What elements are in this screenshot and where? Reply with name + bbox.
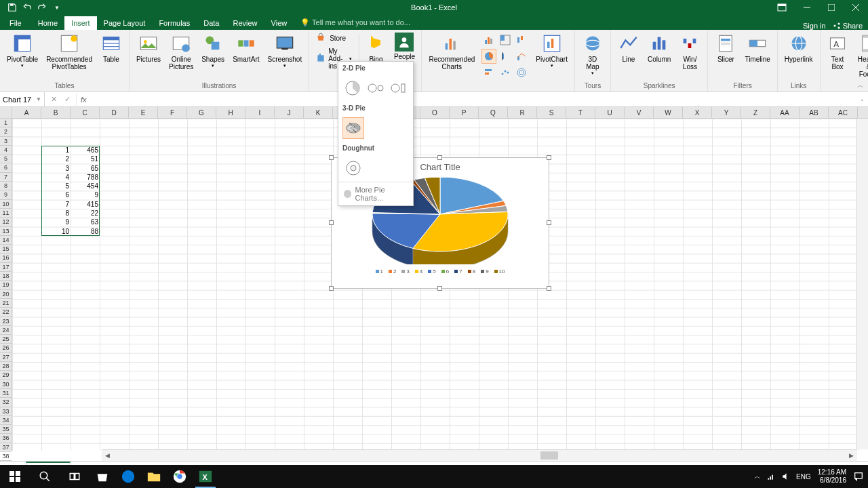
redo-button[interactable]: [35, 1, 49, 14]
store-button[interactable]: Store: [313, 31, 355, 45]
column-header[interactable]: F: [158, 107, 187, 118]
column-header[interactable]: A: [12, 107, 41, 118]
header-footer-button[interactable]: Header & Footer: [854, 31, 868, 79]
share-button[interactable]: Share: [833, 22, 863, 30]
row-header[interactable]: 7: [0, 173, 12, 182]
expand-formula-bar[interactable]: ⌄: [856, 96, 868, 102]
column-header[interactable]: V: [625, 107, 654, 118]
row-header[interactable]: 27: [0, 353, 12, 362]
3d-map-button[interactable]: 3D Map▾: [579, 31, 606, 77]
cancel-formula-icon[interactable]: ✕: [47, 94, 60, 106]
row-header[interactable]: 6: [0, 163, 12, 172]
cells-area[interactable]: 1465251365478854546974158229631088 Chart…: [12, 119, 868, 451]
row-header[interactable]: 34: [0, 416, 12, 425]
tab-formulas[interactable]: Formulas: [152, 16, 197, 30]
bar-of-pie-option[interactable]: [389, 77, 409, 99]
column-header[interactable]: B: [41, 107, 71, 118]
statistic-chart-icon[interactable]: [498, 49, 513, 64]
pictures-button[interactable]: Pictures: [134, 31, 163, 64]
row-header[interactable]: 18: [0, 272, 12, 281]
smartart-button[interactable]: SmartArt: [230, 31, 262, 64]
row-header[interactable]: 10: [0, 200, 12, 209]
online-pictures-button[interactable]: Online Pictures: [166, 31, 196, 72]
column-header[interactable]: Z: [741, 107, 770, 118]
row-header[interactable]: 26: [0, 344, 12, 352]
volume-icon[interactable]: [781, 472, 791, 481]
row-header[interactable]: 22: [0, 308, 12, 317]
tab-home[interactable]: Home: [31, 16, 64, 30]
tab-insert[interactable]: Insert: [64, 16, 97, 30]
system-tray[interactable]: ︿ ENG: [754, 472, 811, 481]
vertical-scrollbar[interactable]: [856, 119, 868, 449]
row-header[interactable]: 29: [0, 371, 12, 380]
row-header[interactable]: 31: [0, 389, 12, 398]
bar-chart-icon[interactable]: [481, 65, 496, 80]
row-header[interactable]: 9: [0, 190, 12, 199]
timeline-button[interactable]: Timeline: [742, 31, 772, 64]
sparkline-line-button[interactable]: Line: [615, 31, 642, 64]
row-header[interactable]: 8: [0, 182, 12, 190]
taskbar-chrome-icon[interactable]: [167, 465, 193, 488]
taskbar-excel-icon[interactable]: X: [193, 465, 218, 488]
horizontal-scrollbar[interactable]: ◀ ▶: [102, 449, 857, 461]
hierarchy-chart-icon[interactable]: [498, 33, 513, 47]
recommended-charts-button[interactable]: Recommended Charts: [426, 31, 477, 72]
column-header[interactable]: I: [245, 107, 275, 118]
slicer-button[interactable]: Slicer: [712, 31, 739, 64]
column-header[interactable]: C: [71, 107, 100, 118]
row-header[interactable]: 15: [0, 245, 12, 253]
row-header[interactable]: 37: [0, 443, 12, 452]
column-header[interactable]: G: [187, 107, 216, 118]
qat-customize[interactable]: ▼: [50, 1, 64, 14]
column-header[interactable]: H: [216, 107, 245, 118]
column-header[interactable]: AA: [770, 107, 800, 118]
column-header[interactable]: O: [420, 107, 450, 118]
screenshot-button[interactable]: Screenshot▾: [265, 31, 305, 70]
close-button[interactable]: [844, 0, 868, 15]
column-header[interactable]: T: [566, 107, 595, 118]
row-header[interactable]: 32: [0, 398, 12, 407]
name-box[interactable]: Chart 17▼: [0, 92, 45, 106]
row-header[interactable]: 25: [0, 335, 12, 344]
tell-me[interactable]: 💡 Tell me what you want to do...: [294, 16, 417, 30]
row-header[interactable]: 35: [0, 425, 12, 434]
waterfall-chart-icon[interactable]: [514, 33, 529, 47]
taskbar-store-icon[interactable]: [90, 465, 115, 488]
taskbar-clock[interactable]: 12:16 AM6/8/2016: [818, 468, 846, 485]
shapes-button[interactable]: Shapes▾: [199, 31, 227, 70]
pie-2d-option[interactable]: [342, 77, 363, 99]
column-header[interactable]: W: [654, 107, 683, 118]
file-tab[interactable]: File: [0, 16, 31, 30]
column-header[interactable]: X: [683, 107, 712, 118]
pie-of-pie-option[interactable]: [366, 77, 386, 99]
tab-data[interactable]: Data: [197, 16, 226, 30]
network-icon[interactable]: [766, 472, 776, 481]
column-header[interactable]: U: [595, 107, 625, 118]
column-header[interactable]: S: [537, 107, 566, 118]
row-header[interactable]: 20: [0, 290, 12, 299]
row-header[interactable]: 14: [0, 236, 12, 245]
more-pie-charts[interactable]: More Pie Charts...: [338, 182, 413, 205]
column-header[interactable]: D: [100, 107, 129, 118]
tray-chevron-icon[interactable]: ︿: [754, 472, 761, 481]
save-button[interactable]: [5, 1, 19, 14]
row-header[interactable]: 2: [0, 127, 12, 136]
tab-review[interactable]: Review: [226, 16, 264, 30]
column-header[interactable]: K: [304, 107, 333, 118]
pivotchart-button[interactable]: PivotChart▾: [533, 31, 570, 70]
select-all-corner[interactable]: [0, 107, 12, 118]
fx-icon[interactable]: fx: [77, 96, 91, 104]
column-header[interactable]: Y: [712, 107, 741, 118]
sparkline-column-button[interactable]: Column: [645, 31, 673, 64]
table-button[interactable]: Table: [98, 31, 125, 64]
row-header[interactable]: 12: [0, 218, 12, 226]
undo-button[interactable]: [20, 1, 34, 14]
taskbar-explorer-icon[interactable]: [141, 465, 167, 488]
column-header[interactable]: E: [129, 107, 158, 118]
row-header[interactable]: 30: [0, 380, 12, 389]
row-header[interactable]: 13: [0, 227, 12, 236]
row-header[interactable]: 19: [0, 281, 12, 289]
column-chart-icon[interactable]: [481, 33, 496, 47]
hyperlink-button[interactable]: Hyperlink: [782, 31, 816, 64]
column-header[interactable]: J: [275, 107, 304, 118]
